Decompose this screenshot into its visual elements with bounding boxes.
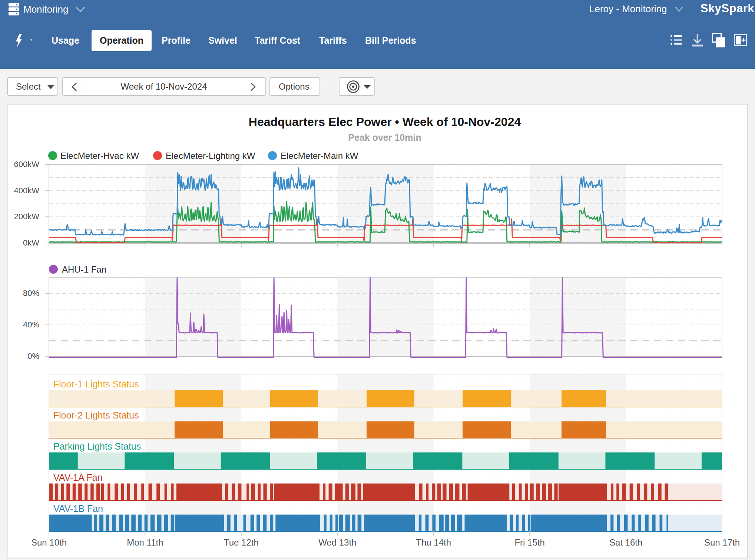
svg-text:0kW: 0kW xyxy=(23,238,39,247)
svg-text:200kW: 200kW xyxy=(14,212,40,221)
svg-text:Peak over 10min: Peak over 10min xyxy=(348,132,421,143)
svg-text:40%: 40% xyxy=(23,320,39,329)
svg-text:600kW: 600kW xyxy=(14,160,40,169)
svg-text:80%: 80% xyxy=(23,289,39,298)
svg-text:Thu 14th: Thu 14th xyxy=(416,537,451,547)
svg-text:Fri 15th: Fri 15th xyxy=(514,537,544,547)
svg-text:ElecMeter-Lighting kW: ElecMeter-Lighting kW xyxy=(166,151,255,161)
svg-text:Headquarters Elec Power • Week: Headquarters Elec Power • Week of 10-Nov… xyxy=(249,115,521,129)
svg-text:Tue 12th: Tue 12th xyxy=(224,537,259,547)
svg-text:Mon 11th: Mon 11th xyxy=(127,537,163,547)
svg-text:Sat 16th: Sat 16th xyxy=(609,537,642,547)
svg-text:Wed 13th: Wed 13th xyxy=(318,537,356,547)
svg-text:VAV-1A Fan: VAV-1A Fan xyxy=(53,472,102,483)
svg-text:Sun 10th: Sun 10th xyxy=(31,537,67,547)
svg-text:Sun 17th: Sun 17th xyxy=(704,537,740,547)
svg-text:ElecMeter-Main kW: ElecMeter-Main kW xyxy=(281,151,358,161)
svg-text:Floor-1 Lights Status: Floor-1 Lights Status xyxy=(53,379,139,389)
svg-text:AHU-1 Fan: AHU-1 Fan xyxy=(62,264,106,274)
svg-text:VAV-1B Fan: VAV-1B Fan xyxy=(53,503,103,514)
svg-text:0%: 0% xyxy=(27,351,39,361)
svg-text:400kW: 400kW xyxy=(14,186,40,195)
svg-text:ElecMeter-Hvac kW: ElecMeter-Hvac kW xyxy=(60,151,139,161)
svg-text:Parking Lights Status: Parking Lights Status xyxy=(53,441,141,451)
svg-text:Floor-2 Lights Status: Floor-2 Lights Status xyxy=(53,410,139,420)
